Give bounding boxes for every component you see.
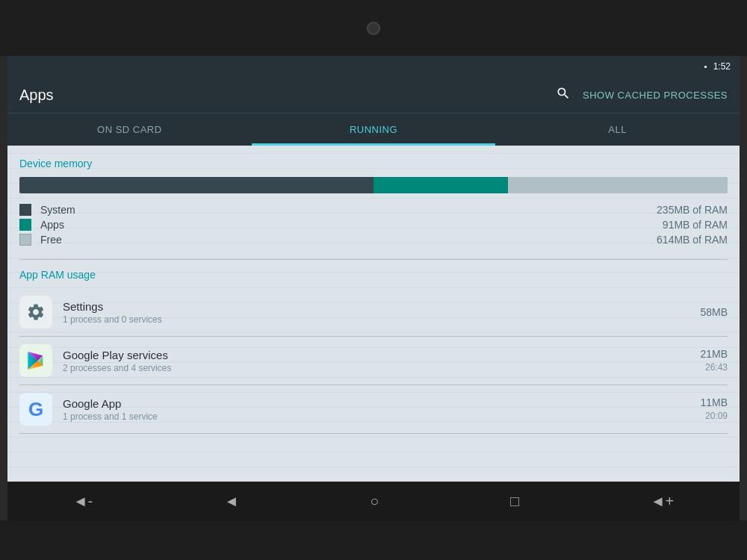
page-title: Apps bbox=[19, 87, 556, 104]
tab-all[interactable]: ALL bbox=[495, 113, 740, 146]
memory-bar bbox=[19, 177, 728, 193]
status-time: 1:52 bbox=[713, 61, 731, 72]
google-play-app-detail: 2 processes and 4 services bbox=[63, 363, 700, 373]
memory-bar-free bbox=[508, 177, 728, 193]
legend-system: System 235MB of RAM bbox=[19, 204, 728, 216]
settings-app-name: Settings bbox=[63, 300, 700, 313]
camera bbox=[367, 22, 380, 35]
settings-app-icon bbox=[19, 296, 52, 329]
legend-apps: Apps 91MB of RAM bbox=[19, 219, 728, 231]
volume-down-button[interactable]: ◄- bbox=[55, 487, 111, 516]
app-bar: Apps SHOW CACHED PROCESSES bbox=[7, 77, 740, 113]
google-g-letter: G bbox=[28, 398, 43, 421]
memory-legend: System 235MB of RAM Apps 91MB of RAM Fre… bbox=[19, 204, 728, 246]
memory-bar-apps bbox=[374, 177, 508, 193]
app-list: Settings 1 process and 0 services 58MB bbox=[19, 288, 728, 434]
section-divider bbox=[19, 259, 728, 260]
legend-value-system: 235MB of RAM bbox=[657, 204, 728, 216]
settings-app-detail: 1 process and 0 services bbox=[63, 314, 700, 325]
tab-running[interactable]: RUNNING bbox=[252, 113, 496, 146]
content-area: Device memory System 235MB of RAM Apps 9… bbox=[7, 146, 740, 482]
memory-bar-system bbox=[19, 177, 374, 193]
google-app-size: 11MB bbox=[700, 396, 728, 408]
legend-label-free: Free bbox=[40, 234, 657, 246]
list-item[interactable]: Google Play services 2 processes and 4 s… bbox=[19, 337, 728, 385]
tab-bar: ON SD CARD RUNNING ALL bbox=[7, 113, 740, 146]
app-ram-title: App RAM usage bbox=[19, 269, 728, 281]
google-app-time: 20:09 bbox=[705, 411, 728, 421]
google-app-stats: 11MB 20:09 bbox=[700, 396, 728, 422]
legend-color-free bbox=[19, 234, 31, 246]
list-item[interactable]: Settings 1 process and 0 services 58MB bbox=[19, 288, 728, 337]
status-bar: ▪ 1:52 bbox=[7, 56, 740, 77]
bottom-nav: ◄- ◄ ○ □ ◄+ bbox=[7, 482, 740, 520]
recents-button[interactable]: □ bbox=[492, 487, 537, 516]
settings-app-size: 58MB bbox=[700, 306, 728, 318]
legend-free: Free 614MB of RAM bbox=[19, 234, 728, 246]
list-item[interactable]: G Google App 1 process and 1 service 11M… bbox=[19, 385, 728, 434]
settings-app-stats: 58MB bbox=[700, 306, 728, 318]
google-app-name: Google App bbox=[63, 397, 700, 410]
show-cached-processes-button[interactable]: SHOW CACHED PROCESSES bbox=[583, 90, 728, 101]
google-play-app-name: Google Play services bbox=[63, 349, 700, 361]
legend-value-free: 614MB of RAM bbox=[657, 234, 728, 246]
bottom-bezel bbox=[0, 520, 747, 560]
screen: ▪ 1:52 Apps SHOW CACHED PROCESSES ON SD … bbox=[7, 56, 740, 482]
home-button[interactable]: ○ bbox=[352, 487, 397, 516]
volume-up-button[interactable]: ◄+ bbox=[633, 487, 692, 516]
tab-sd-card[interactable]: ON SD CARD bbox=[7, 113, 252, 146]
legend-color-system bbox=[19, 204, 31, 216]
google-play-app-size: 21MB bbox=[700, 348, 728, 360]
legend-label-system: System bbox=[40, 204, 657, 216]
app-bar-actions: SHOW CACHED PROCESSES bbox=[556, 86, 728, 105]
google-app-icon: G bbox=[19, 393, 52, 426]
search-icon[interactable] bbox=[556, 86, 571, 105]
google-play-app-stats: 21MB 26:43 bbox=[700, 348, 728, 373]
google-play-app-info: Google Play services 2 processes and 4 s… bbox=[63, 349, 700, 373]
google-app-info: Google App 1 process and 1 service bbox=[63, 397, 700, 422]
google-play-app-icon bbox=[19, 344, 52, 377]
legend-color-apps bbox=[19, 219, 31, 231]
legend-value-apps: 91MB of RAM bbox=[663, 219, 728, 231]
settings-app-info: Settings 1 process and 0 services bbox=[63, 300, 700, 325]
legend-label-apps: Apps bbox=[40, 219, 663, 231]
device-frame: ▪ 1:52 Apps SHOW CACHED PROCESSES ON SD … bbox=[0, 0, 747, 560]
google-app-detail: 1 process and 1 service bbox=[63, 411, 700, 422]
device-memory-title: Device memory bbox=[19, 158, 728, 169]
top-bezel bbox=[0, 0, 747, 56]
back-button[interactable]: ◄ bbox=[206, 487, 257, 516]
battery-icon: ▪ bbox=[704, 62, 707, 71]
google-play-app-time: 26:43 bbox=[705, 362, 728, 373]
